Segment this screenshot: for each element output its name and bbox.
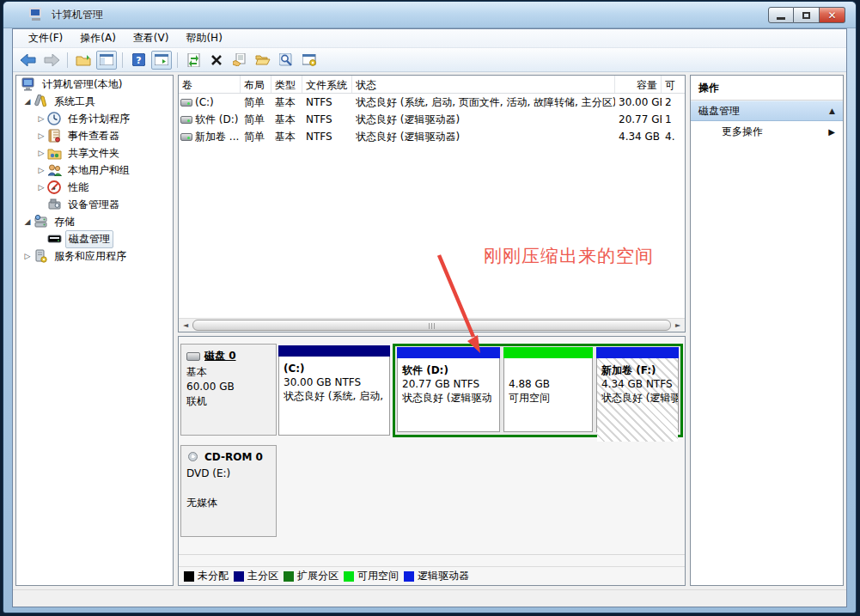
scroll-left-icon[interactable]: ◄ <box>179 319 192 332</box>
back-arrow-icon <box>21 54 36 66</box>
menu-action[interactable]: 操作(A) <box>71 29 125 47</box>
collapsed-arrow-icon[interactable]: ▷ <box>35 166 47 174</box>
tree-item-local-users-groups[interactable]: ▷ 本地用户和组 <box>16 162 173 179</box>
submenu-arrow-icon: ▶ <box>828 127 835 137</box>
delete-button[interactable] <box>206 51 227 70</box>
action-pane-toggle[interactable] <box>151 51 172 70</box>
action-pane-icon <box>155 54 168 65</box>
collapsed-arrow-icon[interactable]: ▷ <box>35 131 47 140</box>
console-window-icon <box>100 54 113 65</box>
actions-group-disk-management[interactable]: 磁盘管理 ▲ <box>691 101 843 121</box>
export-list-button[interactable] <box>73 51 94 70</box>
hdd-icon <box>186 352 200 361</box>
expanded-arrow-icon[interactable]: ◢ <box>21 217 34 226</box>
refresh-icon <box>187 53 200 67</box>
extended-swatch <box>284 571 294 582</box>
computer-icon <box>21 77 36 91</box>
collapsed-arrow-icon[interactable]: ▷ <box>35 114 47 123</box>
volume-row-c[interactable]: (C:) 简单 基本 NTFS 状态良好 (系统, 启动, 页面文件, 活动, … <box>179 94 685 111</box>
cdrom-row: CD-ROM 0 DVD (E:) 无媒体 <box>179 445 685 555</box>
collapse-arrow-icon[interactable]: ▲ <box>829 107 835 115</box>
collapsed-arrow-icon[interactable]: ▷ <box>21 252 34 260</box>
actions-header: 操作 <box>691 76 843 101</box>
logical-drive-bar <box>397 347 500 358</box>
tree-item-services-applications[interactable]: ▷ 服务和应用程序 <box>16 247 173 265</box>
col-layout[interactable]: 布局 <box>241 76 271 93</box>
menu-view[interactable]: 查看(V) <box>125 29 178 47</box>
more-actions-item[interactable]: 更多操作 ▶ <box>691 121 843 142</box>
legend-unallocated: 未分配 <box>184 569 229 583</box>
legend-free-space: 可用空间 <box>344 569 399 583</box>
partition-d[interactable]: 软件 (D:) 20.77 GB NTFS 状态良好 (逻辑驱动 <box>397 347 500 432</box>
annotation-text: 刚刚压缩出来的空间 <box>484 244 654 268</box>
free-space-region[interactable]: 4.88 GB 可用空间 <box>503 347 593 432</box>
shared-folder-icon <box>47 146 62 160</box>
volume-row-d[interactable]: 软件 (D:) 简单 基本 NTFS 状态良好 (逻辑驱动器) 20.77 GB… <box>179 111 685 128</box>
help-icon: ? <box>132 53 145 66</box>
col-volume[interactable]: 卷 <box>179 76 241 93</box>
refresh-button[interactable] <box>183 51 204 70</box>
tree-item-device-manager[interactable]: 设备管理器 <box>16 196 173 213</box>
window-title: 计算机管理 <box>52 8 103 22</box>
menu-help[interactable]: 帮助(H) <box>177 29 230 47</box>
partition-c[interactable]: (C:) 30.00 GB NTFS 状态良好 (系统, 启动, <box>278 345 390 436</box>
magnifier-icon <box>279 53 293 67</box>
col-type[interactable]: 类型 <box>271 76 302 93</box>
find-button[interactable] <box>276 51 296 70</box>
title-bar[interactable]: 计算机管理 ✕ <box>3 2 856 28</box>
forward-arrow-icon <box>44 54 59 66</box>
forward-button[interactable] <box>41 51 62 70</box>
volume-icon <box>180 116 192 124</box>
users-icon <box>47 163 62 177</box>
primary-swatch <box>234 571 244 582</box>
col-capacity[interactable]: 容量 <box>615 76 662 93</box>
window-gear-icon <box>302 54 317 66</box>
console-tree-toggle[interactable] <box>96 51 117 70</box>
collapsed-arrow-icon[interactable]: ▷ <box>35 149 47 157</box>
tree-item-task-scheduler[interactable]: ▷ 任务计划程序 <box>16 110 173 127</box>
volume-table-header: 卷 布局 类型 文件系统 状态 容量 可 <box>179 76 685 94</box>
menu-bar: 文件(F) 操作(A) 查看(V) 帮助(H) <box>13 29 846 48</box>
open-folder-icon <box>255 54 271 65</box>
help-button[interactable]: ? <box>128 51 149 70</box>
tree-item-computer-management[interactable]: 计算机管理(本地) <box>16 76 173 93</box>
close-button[interactable]: ✕ <box>820 7 845 23</box>
tree-item-disk-management[interactable]: 磁盘管理 <box>16 230 173 247</box>
free-space-bar <box>503 347 593 358</box>
extended-partition-outline: 软件 (D:) 20.77 GB NTFS 状态良好 (逻辑驱动 <box>393 344 683 437</box>
scroll-right-icon[interactable]: ► <box>671 319 685 332</box>
disk0-info[interactable]: 磁盘 0 基本 60.00 GB 联机 <box>180 344 277 436</box>
device-manager-icon <box>47 198 62 211</box>
col-fs[interactable]: 文件系统 <box>302 76 352 93</box>
volume-list-pane: 卷 布局 类型 文件系统 状态 容量 可 (C:) 简单 基本 NTFS 状态良… <box>178 75 686 332</box>
partition-f-selected[interactable]: 新加卷 (F:) 4.34 GB NTFS 状态良好 (逻辑驱 <box>596 347 679 432</box>
col-status[interactable]: 状态 <box>352 76 615 93</box>
back-button[interactable] <box>18 51 39 70</box>
restore-button[interactable] <box>794 7 820 23</box>
tools-icon <box>34 95 48 108</box>
tree-item-shared-folders[interactable]: ▷ 共享文件夹 <box>16 144 173 162</box>
menu-file[interactable]: 文件(F) <box>20 29 71 47</box>
partition-legend: 未分配 主分区 扩展分区 可用空间 逻辑驱动器 <box>179 566 685 585</box>
legend-extended: 扩展分区 <box>284 569 339 583</box>
horizontal-scrollbar[interactable]: ◄ ► <box>179 318 685 332</box>
minimize-button[interactable] <box>768 7 794 23</box>
tree-item-performance[interactable]: ▷ 性能 <box>16 179 173 196</box>
svg-text:?: ? <box>136 55 141 66</box>
tree-item-storage[interactable]: ◢ 存储 <box>16 213 173 230</box>
expanded-arrow-icon[interactable]: ◢ <box>21 97 34 106</box>
actions-pane: 操作 磁盘管理 ▲ 更多操作 ▶ <box>690 75 844 586</box>
open-folder-button[interactable] <box>253 51 273 70</box>
scrollbar-thumb[interactable] <box>192 320 671 331</box>
tree-item-system-tools[interactable]: ◢ 系统工具 <box>16 93 173 110</box>
col-free[interactable]: 可 <box>662 76 685 93</box>
storage-icon <box>34 215 48 229</box>
legend-logical-drive: 逻辑驱动器 <box>404 569 469 583</box>
settings-button[interactable] <box>299 51 320 70</box>
properties-button[interactable] <box>229 51 250 70</box>
legend-primary: 主分区 <box>234 569 278 583</box>
tree-item-event-viewer[interactable]: ▷ 事件查看器 <box>16 127 173 144</box>
collapsed-arrow-icon[interactable]: ▷ <box>35 183 47 192</box>
cdrom-info[interactable]: CD-ROM 0 DVD (E:) 无媒体 <box>180 445 277 537</box>
volume-row-f[interactable]: 新加卷 ... 简单 基本 NTFS 状态良好 (逻辑驱动器) 4.34 GB … <box>179 128 685 145</box>
